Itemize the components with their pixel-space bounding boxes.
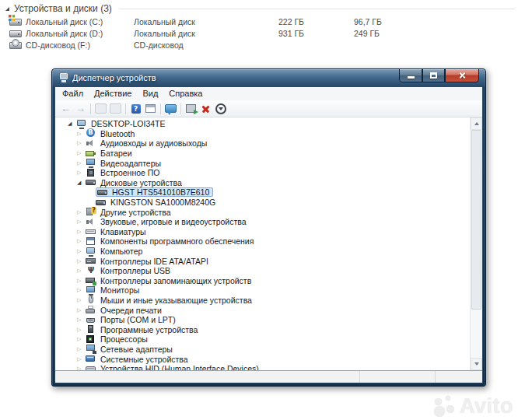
software-device-icon bbox=[86, 325, 96, 334]
tree-item-network-adapters[interactable]: Сетевые адаптеры bbox=[55, 345, 470, 355]
close-button[interactable] bbox=[445, 68, 479, 82]
expander-collapsed-icon[interactable] bbox=[77, 297, 86, 303]
disable-down-arrow-icon bbox=[215, 103, 226, 114]
back-button[interactable]: ← bbox=[58, 102, 73, 115]
local-disk-icon bbox=[9, 28, 22, 38]
console-options-button[interactable] bbox=[163, 102, 178, 115]
tree-item-computer[interactable]: Компьютер bbox=[55, 247, 470, 257]
expander-collapsed-icon[interactable] bbox=[77, 287, 86, 293]
system-device-icon bbox=[86, 355, 96, 363]
cd-drive-icon bbox=[9, 40, 22, 50]
expander-collapsed-icon[interactable] bbox=[77, 238, 86, 244]
tree-item-disk-drives[interactable]: Дисковые устройства bbox=[55, 178, 470, 188]
expander-collapsed-icon[interactable] bbox=[77, 150, 86, 156]
drive-row-d[interactable]: Локальный диск (D:) Локальный диск 931 Г… bbox=[0, 27, 518, 39]
scroll-down-button[interactable] bbox=[471, 358, 482, 370]
expander-collapsed-icon[interactable] bbox=[77, 327, 86, 333]
tree-item-keyboards[interactable]: Клавиатуры bbox=[55, 227, 470, 237]
tree-item-batteries[interactable]: Батареи bbox=[55, 149, 470, 159]
tree-item-firmware[interactable]: Встроенное ПО bbox=[55, 168, 470, 178]
tree-item-ide-controllers[interactable]: Контроллеры IDE ATA/ATAPI bbox=[55, 256, 470, 266]
show-console-tree-button[interactable] bbox=[93, 102, 108, 115]
tree-item-sound-game-video[interactable]: Звуковые, игровые и видеоустройства bbox=[55, 217, 470, 227]
scrollbar-thumb[interactable] bbox=[471, 130, 481, 310]
tree-item-mice[interactable]: Мыши и иные указывающие устройства bbox=[55, 296, 470, 306]
tree-item-other-devices[interactable]: Другие устройства bbox=[55, 207, 470, 217]
expander-collapsed-icon[interactable] bbox=[77, 131, 86, 137]
disk-drive-icon bbox=[97, 188, 108, 197]
tree-item-monitors[interactable]: Мониторы bbox=[55, 285, 470, 296]
expander-collapsed-icon[interactable] bbox=[77, 336, 86, 342]
expander-expanded-icon[interactable] bbox=[77, 180, 86, 186]
device-manager-window: Диспетчер устройств Файл Действие Вид Сп… bbox=[51, 68, 486, 387]
menu-action[interactable]: Действие bbox=[89, 87, 137, 100]
title-bar[interactable]: Диспетчер устройств bbox=[54, 69, 483, 86]
usb-icon bbox=[86, 267, 96, 275]
tree-item-kingston-disk[interactable]: KINGSTON SA1000M8240G bbox=[55, 198, 470, 208]
expander-collapsed-icon[interactable] bbox=[77, 140, 86, 146]
menu-view[interactable]: Вид bbox=[137, 87, 163, 100]
uninstall-device-button[interactable] bbox=[198, 102, 213, 115]
tree-item-audio-inputs[interactable]: Аудиовходы и аудиовыходы bbox=[55, 138, 470, 149]
expander-collapsed-icon[interactable] bbox=[77, 307, 86, 313]
tree-item-processors[interactable]: Процессоры bbox=[55, 334, 470, 345]
close-icon bbox=[458, 72, 467, 80]
drive-size: 931 ГБ bbox=[278, 29, 354, 38]
tree-item-usb-controllers[interactable]: Контроллеры USB bbox=[55, 266, 470, 276]
drive-name: CD-дисковод (F:) bbox=[26, 40, 90, 50]
scan-hardware-changes-button[interactable] bbox=[184, 102, 198, 115]
expander-collapsed-icon[interactable] bbox=[77, 160, 86, 166]
explorer-drives-section: Устройства и диски (3) Локальный диск (C… bbox=[0, 0, 518, 51]
drive-name: Локальный диск (C:) bbox=[26, 17, 103, 26]
unknown-device-icon bbox=[86, 208, 96, 216]
tree-item-software-devices[interactable]: Программные устройства bbox=[55, 324, 470, 334]
status-bar bbox=[55, 370, 482, 383]
group-header-rule bbox=[119, 9, 515, 9]
help-button[interactable]: ? bbox=[128, 102, 143, 115]
expander-collapsed-icon[interactable] bbox=[77, 278, 86, 284]
scroll-up-button[interactable] bbox=[471, 117, 482, 130]
sound-device-icon bbox=[86, 218, 96, 226]
expander-collapsed-icon[interactable] bbox=[77, 219, 86, 225]
export-list-button[interactable] bbox=[108, 102, 123, 115]
tree-item-print-queues[interactable]: Очереди печати bbox=[55, 305, 470, 315]
expander-collapsed-icon[interactable] bbox=[77, 268, 86, 274]
tree-item-system-devices[interactable]: Системные устройства bbox=[55, 354, 470, 364]
expander-collapsed-icon[interactable] bbox=[77, 170, 86, 176]
expander-collapsed-icon[interactable] bbox=[77, 317, 86, 323]
expander-collapsed-icon[interactable] bbox=[77, 258, 86, 264]
tree-item-ports[interactable]: Порты (COM и LPT) bbox=[55, 315, 470, 325]
group-title: Устройства и диски (3) bbox=[14, 3, 112, 14]
expander-collapsed-icon[interactable] bbox=[77, 209, 86, 215]
firmware-chip-icon bbox=[86, 169, 96, 177]
tree-item-bluetooth[interactable]: Bluetooth bbox=[55, 129, 470, 139]
tree-item-storage-controllers[interactable]: Контроллеры запоминающих устройств bbox=[55, 276, 470, 286]
drive-type: Локальный диск bbox=[134, 17, 278, 26]
tree-item-software-components[interactable]: Компоненты программного обеспечения bbox=[55, 236, 470, 247]
tree-item-hid-devices[interactable]: Устройства HID (Human Interface Devices) bbox=[55, 364, 470, 370]
scrollbar-track[interactable] bbox=[471, 130, 482, 358]
expander-collapsed-icon[interactable] bbox=[77, 229, 86, 235]
tree-item-desktop[interactable]: DESKTOP-LOI34TE bbox=[55, 119, 470, 129]
expander-collapsed-icon[interactable] bbox=[77, 356, 86, 362]
tree-item-video-adapters[interactable]: Видеоадаптеры bbox=[55, 158, 470, 168]
expander-collapsed-icon[interactable] bbox=[77, 248, 86, 254]
menu-file[interactable]: Файл bbox=[57, 87, 89, 100]
disable-device-button[interactable] bbox=[213, 102, 228, 115]
menu-help[interactable]: Справка bbox=[163, 87, 208, 100]
properties-button[interactable] bbox=[143, 102, 158, 115]
device-tree: DESKTOP-LOI34TE Bluetooth Аудиовходы и а… bbox=[55, 117, 470, 370]
tree-item-hgst-disk[interactable]: HGST HTS541010B7E610 bbox=[55, 187, 470, 198]
drive-row-f[interactable]: CD-дисковод (F:) CD-дисковод bbox=[0, 39, 518, 51]
minimize-icon bbox=[408, 76, 415, 79]
minimize-button[interactable] bbox=[399, 68, 422, 82]
forward-button[interactable]: → bbox=[73, 102, 88, 115]
ide-controller-icon bbox=[86, 257, 96, 265]
group-collapse-icon[interactable] bbox=[5, 7, 9, 11]
maximize-button[interactable] bbox=[422, 68, 445, 82]
drives-group-header[interactable]: Устройства и диски (3) bbox=[0, 2, 518, 16]
expander-collapsed-icon[interactable] bbox=[77, 346, 86, 352]
vertical-scrollbar[interactable] bbox=[470, 117, 482, 370]
expander-expanded-icon[interactable] bbox=[68, 121, 76, 127]
drive-row-c[interactable]: Локальный диск (C:) Локальный диск 222 Г… bbox=[0, 16, 518, 27]
